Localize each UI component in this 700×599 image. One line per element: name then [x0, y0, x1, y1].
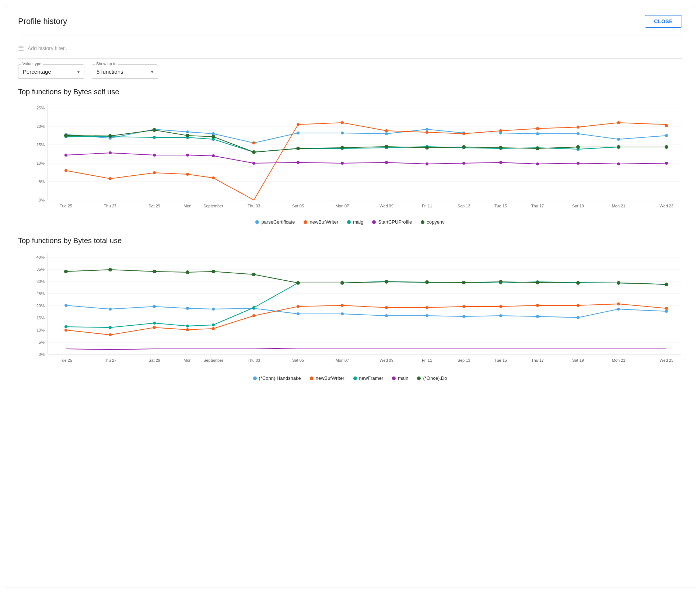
- svg-point-99: [296, 147, 300, 150]
- svg-text:Mon: Mon: [183, 358, 191, 362]
- chart2-svg: 0% 5% 10% 15% 20% 25% 30% 35% 40% Tue 25…: [18, 249, 689, 371]
- svg-text:Mon 07: Mon 07: [336, 204, 349, 208]
- svg-point-103: [462, 145, 466, 149]
- svg-point-59: [617, 121, 620, 124]
- filter-icon: ☰: [18, 44, 24, 52]
- svg-point-156: [536, 315, 539, 318]
- svg-point-158: [617, 308, 620, 311]
- svg-text:10%: 10%: [36, 328, 45, 332]
- legend-item-newBufWriter2: newBufWriter: [310, 375, 344, 381]
- svg-text:Sat 19: Sat 19: [572, 204, 584, 208]
- show-up-to-label: Show up to: [95, 62, 118, 66]
- svg-point-171: [499, 305, 502, 308]
- svg-point-175: [665, 307, 668, 310]
- svg-point-48: [186, 173, 189, 176]
- svg-point-96: [186, 134, 189, 137]
- legend-dot-StartCPUProfile: [372, 220, 376, 224]
- svg-point-53: [385, 129, 388, 132]
- svg-point-95: [153, 128, 156, 132]
- svg-point-101: [385, 145, 388, 148]
- svg-point-194: [153, 270, 156, 273]
- svg-point-196: [211, 270, 215, 273]
- close-button[interactable]: CLOSE: [645, 15, 682, 28]
- svg-point-43: [617, 138, 620, 141]
- svg-point-54: [426, 131, 428, 134]
- svg-point-77: [64, 154, 67, 157]
- svg-text:0%: 0%: [39, 198, 45, 202]
- svg-point-178: [153, 322, 156, 325]
- svg-point-63: [153, 136, 156, 139]
- svg-text:Tue 25: Tue 25: [60, 358, 72, 362]
- svg-point-172: [536, 304, 539, 307]
- svg-point-46: [109, 177, 112, 180]
- value-type-select[interactable]: Percentage Bytes Count: [18, 64, 84, 79]
- svg-point-154: [462, 315, 465, 318]
- svg-point-148: [212, 308, 215, 311]
- svg-point-202: [462, 281, 466, 284]
- filter-placeholder[interactable]: Add history filter...: [28, 45, 69, 51]
- legend-item-malg: malg: [347, 219, 363, 225]
- svg-point-169: [426, 306, 428, 309]
- show-up-to-select[interactable]: 5 functions 10 functions 15 functions: [92, 64, 158, 79]
- legend-dot-copyenv: [421, 220, 424, 224]
- page-title: Profile history: [18, 17, 67, 26]
- svg-point-102: [425, 146, 429, 150]
- svg-text:Mon 07: Mon 07: [336, 358, 349, 362]
- svg-text:Mon 21: Mon 21: [612, 358, 626, 362]
- svg-text:Thu 03: Thu 03: [248, 204, 260, 208]
- chart2-title: Top functions by Bytes total use: [18, 237, 682, 245]
- legend-item-newFramer: newFramer: [353, 375, 384, 381]
- svg-point-50: [252, 141, 255, 144]
- chart2-legend: (*Conn).Handshake newBufWriter newFramer…: [18, 375, 682, 381]
- legend-dot-parseCertificate: [255, 220, 259, 224]
- legend-label-main: main: [398, 375, 408, 381]
- legend-item-conn-handshake: (*Conn).Handshake: [253, 375, 301, 381]
- svg-point-41: [536, 132, 539, 135]
- legend-dot-conn-handshake: [253, 376, 257, 380]
- legend-item-copyenv: copyenv: [421, 219, 444, 225]
- svg-point-108: [665, 145, 668, 149]
- svg-text:Sep 13: Sep 13: [458, 204, 470, 208]
- svg-point-78: [109, 151, 112, 154]
- svg-point-85: [385, 161, 388, 164]
- svg-point-107: [617, 145, 620, 149]
- svg-point-98: [252, 150, 256, 154]
- svg-text:25%: 25%: [36, 106, 45, 110]
- legend-label-parseCertificate: parseCertificate: [261, 219, 295, 225]
- svg-text:Wed 09: Wed 09: [379, 204, 393, 208]
- chart1-title: Top functions by Bytes self use: [18, 88, 682, 96]
- svg-point-147: [186, 307, 189, 310]
- legend-item-StartCPUProfile: StartCPUProfile: [372, 219, 412, 225]
- svg-point-155: [499, 314, 502, 317]
- svg-point-56: [499, 129, 502, 132]
- svg-point-199: [340, 281, 344, 285]
- svg-point-195: [186, 270, 189, 274]
- svg-text:Sat 05: Sat 05: [292, 204, 304, 208]
- svg-point-177: [109, 326, 112, 329]
- page-container: Profile history CLOSE ☰ Add history filt…: [6, 6, 694, 588]
- svg-point-144: [64, 304, 67, 307]
- svg-text:September: September: [203, 204, 223, 208]
- svg-text:30%: 30%: [36, 279, 45, 284]
- svg-point-37: [385, 132, 388, 135]
- svg-point-104: [499, 146, 503, 150]
- chart2-svg-wrapper: 0% 5% 10% 15% 20% 25% 30% 35% 40% Tue 25…: [18, 249, 682, 372]
- legend-label-once-do: (*Once).Do: [423, 375, 447, 381]
- svg-point-168: [385, 306, 388, 309]
- filter-bar: ☰ Add history filter...: [18, 41, 682, 55]
- svg-text:Thu 17: Thu 17: [531, 358, 544, 362]
- svg-point-174: [617, 302, 620, 305]
- legend-label-StartCPUProfile: StartCPUProfile: [378, 219, 412, 225]
- legend-dot-newBufWriter2: [310, 376, 314, 380]
- legend-label-newBufWriter1: newBufWriter: [309, 219, 338, 225]
- svg-point-106: [576, 145, 580, 149]
- svg-point-83: [297, 161, 300, 164]
- svg-point-58: [577, 126, 580, 129]
- svg-point-51: [297, 123, 300, 126]
- svg-text:5%: 5%: [39, 179, 45, 184]
- svg-point-44: [665, 134, 668, 137]
- svg-text:0%: 0%: [39, 352, 45, 357]
- svg-text:25%: 25%: [36, 291, 45, 296]
- svg-text:40%: 40%: [36, 255, 45, 259]
- svg-point-151: [341, 312, 344, 315]
